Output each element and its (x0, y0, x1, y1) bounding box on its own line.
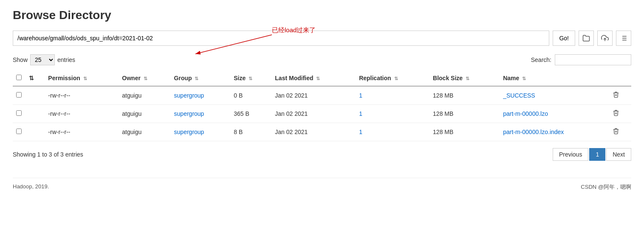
row-size-1: 365 B (230, 105, 271, 123)
row-delete-0[interactable] (609, 86, 631, 105)
select-all-checkbox[interactable] (16, 75, 22, 80)
header-group[interactable]: Group ⇅ (171, 70, 231, 86)
row-select-checkbox-0[interactable] (16, 92, 22, 98)
show-entries: Show 10 25 50 100 entries (13, 54, 75, 65)
row-lastmod-2: Jan 02 2021 (271, 123, 356, 141)
search-bar: Search: (531, 54, 631, 65)
page-title: Browse Directory (13, 8, 631, 22)
row-select-checkbox-1[interactable] (16, 110, 22, 116)
row-checkbox-0[interactable] (13, 86, 25, 105)
row-permission-0: -rw-r--r-- (45, 86, 119, 105)
row-group-1: supergroup (171, 105, 231, 123)
permission-sort-icon: ⇅ (83, 76, 87, 81)
row-blocksize-1: 128 MB (429, 105, 500, 123)
owner-sort-icon: ⇅ (144, 76, 147, 81)
table-header-row: ⇅ Permission ⇅ Owner ⇅ Group ⇅ Size ⇅ La… (13, 70, 631, 86)
file-table: ⇅ Permission ⇅ Owner ⇅ Group ⇅ Size ⇅ La… (13, 70, 631, 141)
pagination-controls: Previous 1 Next (553, 148, 631, 161)
search-input[interactable] (555, 54, 631, 65)
header-size[interactable]: Size ⇅ (230, 70, 271, 86)
annotation-arrow (161, 33, 289, 58)
sort-icon: ⇅ (29, 75, 34, 81)
table-row: -rw-r--r-- atguigu supergroup 0 B Jan 02… (13, 86, 631, 105)
row-name-2[interactable]: part-m-00000.lzo.index (500, 123, 609, 141)
header-name[interactable]: Name ⇅ (500, 70, 609, 86)
blocksize-sort-icon: ⇅ (466, 76, 469, 81)
name-sort-icon: ⇅ (522, 76, 526, 81)
row-sort-2 (25, 123, 45, 141)
row-group-2: supergroup (171, 123, 231, 141)
row-owner-0: atguigu (119, 86, 170, 105)
table-row: -rw-r--r-- atguigu supergroup 8 B Jan 02… (13, 123, 631, 141)
entries-select[interactable]: 10 25 50 100 (30, 54, 55, 65)
path-bar: Go! (13, 31, 631, 46)
header-block-size[interactable]: Block Size ⇅ (429, 70, 500, 86)
header-sort[interactable]: ⇅ (25, 70, 45, 86)
row-sort-0 (25, 86, 45, 105)
folder-icon-button[interactable] (579, 31, 594, 46)
size-sort-icon: ⇅ (249, 76, 252, 81)
row-name-1[interactable]: part-m-00000.lzo (500, 105, 609, 123)
header-last-modified[interactable]: Last Modified ⇅ (271, 70, 356, 86)
footer-right: CSDN @阿年，嗯啊 (581, 183, 631, 191)
header-actions (609, 70, 631, 86)
row-size-0: 0 B (230, 86, 271, 105)
file-link-1[interactable]: part-m-00000.lzo (503, 110, 548, 117)
row-select-checkbox-2[interactable] (16, 129, 22, 134)
footer: Hadoop, 2019. CSDN @阿年，嗯啊 (13, 178, 631, 191)
row-group-0: supergroup (171, 86, 231, 105)
row-replication-2[interactable]: 1 (356, 123, 429, 141)
show-label: Show (13, 56, 28, 63)
upload-icon-button[interactable] (597, 31, 613, 46)
delete-icon-1[interactable] (613, 111, 619, 118)
row-sort-1 (25, 105, 45, 123)
page-1-button[interactable]: 1 (589, 148, 605, 161)
row-delete-1[interactable] (609, 105, 631, 123)
replication-sort-icon: ⇅ (394, 76, 398, 81)
row-size-2: 8 B (230, 123, 271, 141)
lastmod-sort-icon: ⇅ (316, 76, 320, 81)
pagination-bar: Showing 1 to 3 of 3 entries Previous 1 N… (13, 148, 631, 161)
header-owner[interactable]: Owner ⇅ (119, 70, 170, 86)
delete-icon-2[interactable] (613, 129, 619, 136)
row-owner-1: atguigu (119, 105, 170, 123)
row-replication-1[interactable]: 1 (356, 105, 429, 123)
controls-bar: Show 10 25 50 100 entries Search: (13, 54, 631, 65)
header-replication[interactable]: Replication ⇅ (356, 70, 429, 86)
row-checkbox-1[interactable] (13, 105, 25, 123)
footer-left: Hadoop, 2019. (13, 183, 49, 191)
row-blocksize-0: 128 MB (429, 86, 500, 105)
row-owner-2: atguigu (119, 123, 170, 141)
header-permission[interactable]: Permission ⇅ (45, 70, 119, 86)
row-lastmod-1: Jan 02 2021 (271, 105, 356, 123)
row-delete-2[interactable] (609, 123, 631, 141)
row-lastmod-0: Jan 02 2021 (271, 86, 356, 105)
row-permission-2: -rw-r--r-- (45, 123, 119, 141)
row-permission-1: -rw-r--r-- (45, 105, 119, 123)
header-checkbox[interactable] (13, 70, 25, 86)
pagination-info: Showing 1 to 3 of 3 entries (13, 151, 83, 158)
previous-button[interactable]: Previous (553, 148, 588, 161)
search-label: Search: (531, 56, 551, 63)
row-blocksize-2: 128 MB (429, 123, 500, 141)
list-icon-button[interactable] (616, 31, 631, 46)
svg-line-1 (195, 35, 272, 54)
group-sort-icon: ⇅ (195, 76, 198, 81)
next-button[interactable]: Next (606, 148, 631, 161)
go-button[interactable]: Go! (553, 31, 575, 46)
row-replication-0[interactable]: 1 (356, 86, 429, 105)
file-link-0[interactable]: _SUCCESS (503, 92, 535, 99)
row-name-0[interactable]: _SUCCESS (500, 86, 609, 105)
entries-label: entries (57, 56, 75, 63)
table-row: -rw-r--r-- atguigu supergroup 365 B Jan … (13, 105, 631, 123)
delete-icon-0[interactable] (613, 92, 619, 100)
row-checkbox-2[interactable] (13, 123, 25, 141)
file-link-2[interactable]: part-m-00000.lzo.index (503, 129, 564, 135)
